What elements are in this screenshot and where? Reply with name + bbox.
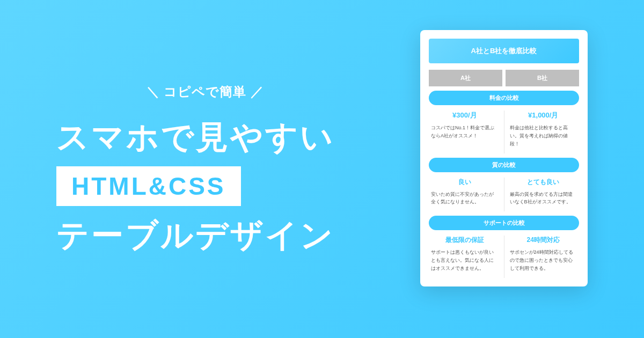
section-label-quality: 質の比較 — [429, 158, 579, 172]
tech-badge: HTML&CSS — [56, 166, 241, 206]
support-b: 24時間対応 — [510, 236, 577, 245]
desc-price-a: コスパではNo.1！料金で選ぶならA社がオススメ！ — [431, 124, 499, 140]
column-header-b: B社 — [506, 70, 579, 86]
divider — [504, 111, 504, 153]
table-header-row: A社 B社 — [429, 70, 579, 86]
cell-price-b: ¥1,000/月 料金は他社と比較すると高い。質を考えれば納得の値段！ — [508, 111, 580, 153]
quality-a: 良い — [431, 178, 499, 187]
quality-b: とても良い — [510, 178, 577, 187]
headline-line-1: スマホで見やすい — [56, 115, 354, 159]
badge-row: HTML&CSS — [56, 166, 354, 206]
price-a: ¥300/月 — [431, 111, 499, 120]
column-header-a: A社 — [429, 70, 502, 86]
compare-row-support: 最低限の保証 サポートは悪くもないが良いとも言えない。気になる人にはオススメでき… — [429, 236, 579, 278]
desc-price-b: 料金は他社と比較すると高い。質を考えれば納得の値段！ — [510, 124, 577, 148]
cell-quality-b: とても良い 最高の質を求めてる方は間違いなくB社がオススメです。 — [508, 178, 580, 212]
tagline: ＼ コピペで簡単 ／ — [56, 83, 354, 100]
cell-support-a: 最低限の保証 サポートは悪くもないが良いとも言えない。気になる人にはオススメでき… — [429, 236, 501, 278]
hero-text: ＼ コピペで簡単 ／ スマホで見やすい HTML&CSS テーブルデザイン — [56, 83, 354, 257]
headline-line-2: テーブルデザイン — [56, 214, 354, 257]
section-label-price: 料金の比較 — [429, 91, 579, 105]
section-label-support: サポートの比較 — [429, 216, 579, 230]
cell-quality-a: 良い 安いため質に不安があったが全く気になりません。 — [429, 178, 501, 212]
desc-quality-a: 安いため質に不安があったが全く気になりません。 — [431, 190, 499, 207]
price-b: ¥1,000/月 — [510, 111, 577, 120]
divider — [504, 178, 504, 212]
divider — [504, 236, 504, 278]
support-a: 最低限の保証 — [431, 236, 499, 245]
card-title: A社とB社を徹底比較 — [429, 39, 579, 63]
comparison-card: A社とB社を徹底比較 A社 B社 料金の比較 ¥300/月 コスパではNo.1！… — [420, 30, 588, 286]
compare-row-price: ¥300/月 コスパではNo.1！料金で選ぶならA社がオススメ！ ¥1,000/… — [429, 111, 579, 153]
desc-quality-b: 最高の質を求めてる方は間違いなくB社がオススメです。 — [510, 190, 577, 207]
cell-price-a: ¥300/月 コスパではNo.1！料金で選ぶならA社がオススメ！ — [429, 111, 501, 153]
desc-support-a: サポートは悪くもないが良いとも言えない。気になる人にはオススメできません。 — [431, 248, 499, 273]
compare-row-quality: 良い 安いため質に不安があったが全く気になりません。 とても良い 最高の質を求め… — [429, 178, 579, 212]
cell-support-b: 24時間対応 サポセンが24時間対応してるので急に困ったときでも安心して利用でき… — [508, 236, 580, 278]
desc-support-b: サポセンが24時間対応してるので急に困ったときでも安心して利用できる。 — [510, 248, 577, 273]
